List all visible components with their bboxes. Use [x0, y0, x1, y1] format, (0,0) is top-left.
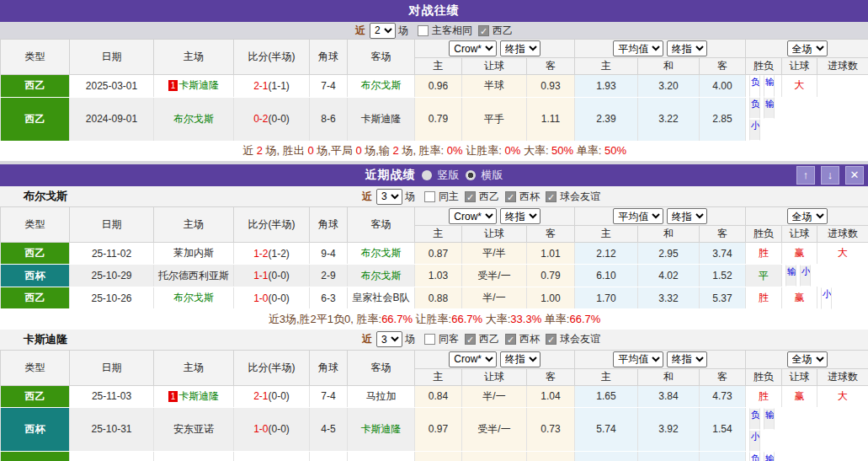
match-count-select[interactable]: 2	[370, 23, 396, 39]
odds-source-select[interactable]: 平均值	[613, 351, 663, 367]
filter-checkbox[interactable]: ✓	[465, 334, 476, 345]
games-label: 场	[405, 332, 415, 346]
match-stats-page: 对战往绩 近2场主客相同✓西乙 类型日期主场比分(半场)角球客场Crow* 终指…	[0, 0, 868, 461]
odds-handicap: 受半/一	[462, 407, 527, 452]
score-cell[interactable]: 2-1(1-1)	[234, 75, 310, 98]
away-team-name[interactable]: 皇家社会B队	[352, 292, 409, 303]
filter-checkbox[interactable]	[424, 191, 435, 202]
column-header: 日期	[70, 207, 154, 243]
league-badge: 西杯	[1, 407, 70, 452]
away-team-name[interactable]: 卡斯迪隆	[361, 423, 402, 435]
column-subheader: 让球	[462, 226, 527, 243]
odds-source-select[interactable]: 全场	[787, 40, 828, 56]
horizontal-layout-radio[interactable]	[466, 170, 476, 180]
match-date: 2025-03-01	[70, 75, 154, 98]
column-header: 比分(半场)	[234, 207, 310, 243]
odds-source-select[interactable]: 终指	[667, 208, 707, 224]
odds-source-select[interactable]: 终指	[667, 351, 707, 367]
score-cell[interactable]: 0-2(0-0)	[234, 97, 310, 141]
filter-checkbox-label: 同主	[439, 190, 459, 204]
filter-checkbox[interactable]: ✓	[505, 334, 516, 345]
avg-draw: 3.20	[638, 75, 700, 98]
away-team-name[interactable]: 布尔戈斯	[361, 247, 402, 259]
odds-home: 0.87	[415, 243, 462, 265]
vertical-layout-radio[interactable]	[422, 170, 432, 180]
vertical-layout-label[interactable]: 竖版	[438, 168, 460, 183]
odds-source-select[interactable]: Crow*	[449, 40, 497, 56]
home-team-cell: 安东亚诺	[154, 407, 234, 452]
summary-text: 近 2 场, 胜出 0 场,平局 0 场,输 2 场, 胜率: 0% 让胜率: …	[1, 141, 868, 161]
odds-source-select[interactable]: 终指	[667, 40, 707, 56]
odds-source-select[interactable]: 终指	[500, 40, 541, 56]
h2h-title: 对战往绩	[409, 3, 460, 19]
filter-checkbox[interactable]: ✓	[465, 191, 476, 202]
odds-home: 0.97	[415, 407, 462, 452]
away-team-cell: 皇家社会B队	[348, 287, 415, 309]
odds-source-header: Crow* 终指	[415, 350, 575, 368]
half-time-score: (0-0)	[269, 113, 290, 125]
home-team-cell: 1卡斯迪隆	[154, 385, 234, 407]
h2h-header-bar: 对战往绩	[0, 0, 868, 22]
score-cell[interactable]: 1-2(1-2)	[234, 243, 310, 265]
score-cell[interactable]: 1-1(0-0)	[234, 265, 310, 287]
move-down-icon[interactable]: ↓	[821, 166, 839, 185]
odds-source-select[interactable]: Crow*	[449, 351, 497, 367]
filter-checkbox[interactable]	[424, 334, 435, 345]
home-team-name[interactable]: 布尔戈斯	[173, 113, 214, 125]
result-goals: 小	[749, 119, 760, 141]
home-team-name[interactable]: 安东亚诺	[173, 423, 214, 435]
avg-draw: 3.92	[638, 407, 700, 452]
home-team-name[interactable]: 布尔戈斯	[173, 292, 214, 303]
away-team-name[interactable]: 马拉加	[366, 390, 397, 402]
match-count-select[interactable]: 3	[376, 331, 402, 347]
score-cell[interactable]: 1-0(0-0)	[234, 452, 310, 461]
odds-source-header: 平均值 终指	[575, 207, 746, 226]
home-team-name[interactable]: 卡斯迪隆	[178, 390, 219, 402]
odds-source-select[interactable]: 全场	[787, 351, 828, 367]
home-team-name[interactable]: 卡斯迪隆	[178, 79, 219, 91]
filter-checkbox[interactable]: ✓	[478, 25, 489, 36]
score-cell[interactable]: 1-0(0-0)	[234, 407, 310, 452]
match-row: 西乙25-10-27阿尔梅里亚1-0(0-0)6-3卡斯迪隆0.96半球0.92…	[1, 452, 868, 461]
league-badge: 西乙	[1, 75, 70, 98]
avg-home: 5.74	[575, 407, 638, 452]
half-time-score: (0-0)	[269, 270, 290, 281]
odds-source-select[interactable]: 终指	[500, 208, 541, 224]
odds-home: 0.88	[415, 287, 462, 309]
odds-source-select[interactable]: 平均值	[613, 40, 663, 56]
odds-home: 0.96	[415, 75, 462, 98]
score-cell[interactable]: 1-0(0-0)	[234, 287, 310, 309]
result-outcome: 负	[749, 75, 760, 97]
odds-source-select[interactable]: Crow*	[449, 208, 497, 224]
summary-segment: 场, 胜率:	[399, 144, 447, 157]
odds-source-select[interactable]: 全场	[787, 208, 828, 224]
recent-label: 近	[362, 190, 372, 204]
away-team-name[interactable]: 布尔戈斯	[361, 79, 402, 91]
odds-source-header: 全场	[746, 350, 868, 368]
column-subheader: 和	[638, 226, 700, 243]
away-team-name[interactable]: 卡斯迪隆	[361, 113, 402, 125]
match-count-select[interactable]: 3	[376, 189, 402, 205]
score-cell[interactable]: 2-1(0-0)	[234, 385, 310, 407]
horizontal-layout-label[interactable]: 横版	[482, 168, 503, 183]
result-goals: 小	[749, 430, 760, 452]
odds-source-select[interactable]: 终指	[500, 351, 541, 367]
corner-count: 2-9	[310, 265, 348, 287]
odds-home: 0.84	[415, 385, 462, 407]
away-team-cell: 卡斯迪隆	[348, 97, 415, 141]
home-team-name[interactable]: 托尔德西利亚斯	[158, 270, 229, 281]
odds-source-select[interactable]: 平均值	[613, 208, 663, 224]
away-team-name[interactable]: 布尔戈斯	[361, 270, 402, 281]
home-team-cell: 阿尔梅里亚	[154, 452, 234, 461]
close-icon[interactable]: ✕	[845, 166, 864, 185]
avg-away: 3.48	[700, 452, 746, 461]
odds-handicap: 半球	[462, 452, 527, 461]
home-team-name[interactable]: 莱加内斯	[173, 247, 214, 259]
filter-checkbox[interactable]: ✓	[546, 191, 556, 202]
move-up-icon[interactable]: ↑	[796, 166, 815, 185]
summary-segment: 大率:	[520, 144, 551, 157]
filter-checkbox[interactable]	[418, 25, 429, 36]
filter-checkbox[interactable]: ✓	[505, 191, 516, 202]
avg-home: 1.70	[575, 287, 638, 309]
filter-checkbox[interactable]: ✓	[546, 334, 556, 345]
